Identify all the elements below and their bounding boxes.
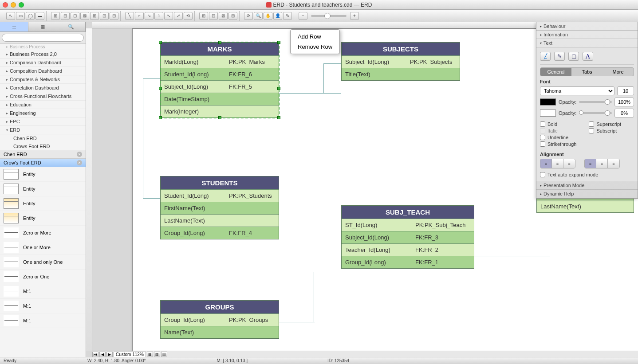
entity-field[interactable]: Mark(Integer) <box>161 106 225 117</box>
rect-tool[interactable]: ▭ <box>16 12 25 20</box>
entity-field[interactable]: Teacher_Id(Long) <box>342 244 412 256</box>
entity-field[interactable]: Name(Text) <box>161 326 225 338</box>
check-strikethrough[interactable]: Strikethrough <box>540 141 576 147</box>
entity-field[interactable]: Subject_Id(Long) <box>342 231 412 243</box>
entity-subj-teach[interactable]: SUBJ_TEACH ST_Id(Long)PK:PK_Subj_Teach S… <box>341 205 474 269</box>
selection-handle[interactable] <box>277 41 280 44</box>
text-highlight-icon[interactable]: ✎ <box>554 52 565 61</box>
stencil-entity[interactable]: Entity <box>0 182 86 196</box>
library-tab-tree[interactable]: ☰ <box>0 22 28 31</box>
align-tool-1[interactable]: ⊞ <box>51 12 60 20</box>
selection-handle[interactable] <box>159 116 162 119</box>
connector[interactable] <box>323 63 324 94</box>
align-right-button[interactable]: ≡ <box>563 159 575 168</box>
entity-field[interactable]: FirstName(Text) <box>161 202 225 214</box>
person-tool[interactable]: 👤 <box>273 12 282 20</box>
connector-3[interactable]: ∿ <box>145 12 154 20</box>
page-first-button[interactable]: ⏮ <box>92 352 98 357</box>
check-subscript[interactable]: Subscript <box>589 128 621 133</box>
text-opacity-slider[interactable] <box>579 101 612 103</box>
entity-field[interactable]: LastName(Text) <box>537 200 602 212</box>
stencil-m1[interactable]: M:1 <box>0 284 86 299</box>
tree-item[interactable]: Comparison Dashboard <box>0 59 86 67</box>
align-top-button[interactable]: ≡ <box>585 159 596 168</box>
ellipse-tool[interactable]: ◯ <box>26 12 35 20</box>
inspector-section-text[interactable]: Text <box>536 39 638 47</box>
entity-field[interactable]: Subject_Id(Long) <box>161 81 225 93</box>
connector[interactable] <box>143 78 161 79</box>
library-search-input[interactable] <box>2 34 84 42</box>
stencil-entity[interactable]: Entity <box>0 167 86 182</box>
selection-handle[interactable] <box>218 116 221 119</box>
entity-students[interactable]: STUDENTS Student_Id(Long)PK:PK_Students … <box>160 176 279 239</box>
inspector-tab-general[interactable]: General <box>540 68 571 76</box>
group-tool-2[interactable]: ⊡ <box>209 12 218 20</box>
text-opacity-value[interactable] <box>614 98 634 106</box>
hand-tool[interactable]: ✋ <box>264 12 272 20</box>
selection-handle[interactable] <box>218 41 221 44</box>
entity-field[interactable]: ST_Id(Long) <box>342 219 412 231</box>
align-middle-button[interactable]: ≡ <box>596 159 608 168</box>
tree-item[interactable]: Correlation Dashboard <box>0 84 86 92</box>
entity-field[interactable]: Group_Id(Long) <box>161 314 225 326</box>
connector[interactable] <box>279 93 341 94</box>
connector-7[interactable]: ⟲ <box>184 12 193 20</box>
ruler-vertical[interactable] <box>86 28 92 351</box>
align-bottom-button[interactable]: ≡ <box>608 159 619 168</box>
check-auto-expand[interactable]: Text auto expand mode <box>540 172 634 177</box>
check-underline[interactable]: Underline <box>540 135 576 140</box>
align-center-button[interactable]: ≡ <box>552 159 563 168</box>
tree-item[interactable]: Business Process 2,0 <box>0 50 86 59</box>
entity-field[interactable]: Date(TimeStamp) <box>161 93 225 105</box>
entity-field[interactable]: LastName(Text) <box>161 215 225 227</box>
inspector-section-help[interactable]: Dynamic Help <box>536 190 638 198</box>
tree-item[interactable]: Computers & Networks <box>0 75 86 84</box>
align-tool-5[interactable]: ⊞ <box>90 12 99 20</box>
tree-item[interactable]: Composition Dashboard <box>0 67 86 75</box>
bg-color-swatch[interactable] <box>540 110 556 117</box>
pointer-tool[interactable]: ↖ <box>6 12 15 20</box>
font-size-input[interactable] <box>617 86 634 95</box>
entity-field[interactable]: Subject_Id(Long) <box>342 56 406 68</box>
inspector-section-information[interactable]: Information <box>536 31 638 39</box>
connector[interactable] <box>279 322 315 322</box>
connector[interactable] <box>314 272 314 322</box>
align-tool-4[interactable]: ⊠ <box>80 12 89 20</box>
stencil-one-or-more[interactable]: One or More <box>0 240 86 255</box>
align-tool-2[interactable]: ⊟ <box>61 12 70 20</box>
align-tool-6[interactable]: ⊡ <box>100 12 109 20</box>
zoom-slider[interactable] <box>311 15 347 17</box>
stencil-m1[interactable]: M:1 <box>0 299 86 313</box>
tree-item[interactable]: Engineering <box>0 109 86 117</box>
connector-2[interactable]: ⌐ <box>135 12 144 20</box>
entity-field[interactable]: MarkId(Long) <box>161 56 225 68</box>
inspector-tab-tabs[interactable]: Tabs <box>571 68 603 76</box>
bg-opacity-value[interactable] <box>614 109 634 117</box>
close-icon[interactable]: × <box>77 152 82 157</box>
check-superscript[interactable]: Superscript <box>589 121 621 127</box>
entity-field[interactable]: Group_Id(Long) <box>161 227 225 239</box>
text-box-icon[interactable]: ▢ <box>568 52 579 61</box>
tree-sub-chen[interactable]: Chen ERD <box>0 134 86 142</box>
check-italic[interactable]: Italic <box>540 128 576 133</box>
stencil-m1[interactable]: M:1 <box>0 313 86 328</box>
font-family-select[interactable]: Tahoma <box>540 86 614 95</box>
tree-item-partial[interactable]: Business Process <box>0 44 86 50</box>
entity-groups[interactable]: GROUPS Group_Id(Long)PK:PK_Groups Name(T… <box>160 300 279 339</box>
inspector-section-behaviour[interactable]: Behaviour <box>536 22 638 31</box>
entity-field[interactable]: Student_Id(Long) <box>161 190 225 202</box>
entity-field[interactable]: Title(Text) <box>342 68 406 80</box>
connector[interactable] <box>474 257 550 257</box>
refresh-tool[interactable]: ⟳ <box>244 12 253 20</box>
grid-btn-3[interactable]: ▤ <box>161 352 167 357</box>
entity-field[interactable]: Group_Id(Long) <box>342 256 412 268</box>
text-color-swatch[interactable] <box>540 98 556 106</box>
zoom-in-button[interactable]: + <box>350 12 359 20</box>
align-tool-7[interactable]: ⊟ <box>110 12 118 20</box>
grid-btn-2[interactable]: ▥ <box>154 352 160 357</box>
tree-item[interactable]: Cross-Functional Flowcharts <box>0 92 86 101</box>
tree-sub-crowsfoot[interactable]: Crows Foot ERD <box>0 142 86 150</box>
connector[interactable] <box>314 272 341 272</box>
zoom-tool[interactable]: 🔍 <box>254 12 263 20</box>
library-tab-grid[interactable]: ▦ <box>28 22 57 31</box>
